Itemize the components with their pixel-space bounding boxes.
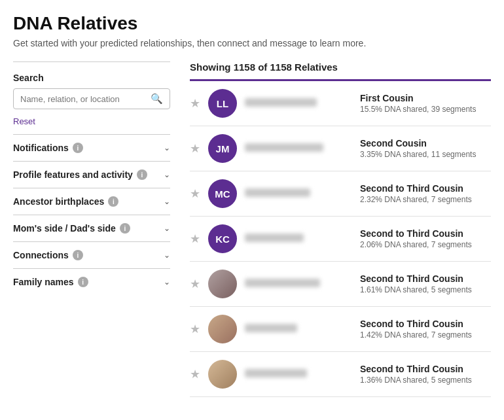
avatar: KC	[208, 224, 237, 253]
chevron-icon-ancestor: ⌄	[164, 197, 170, 206]
filter-sections: Notifications i ⌄ Profile features and a…	[13, 134, 170, 295]
search-section: Search 🔍 Reset	[13, 61, 170, 134]
sidebar-section-title-family: Family names i	[13, 277, 88, 287]
relation-type: Second to Third Cousin	[360, 364, 491, 374]
name-blur	[245, 143, 323, 152]
name-blur	[245, 324, 297, 332]
search-input[interactable]	[20, 94, 151, 104]
relation-type: Second to Third Cousin	[360, 228, 491, 239]
info-icon-notifications: i	[73, 143, 83, 153]
relative-info: Second to Third Cousin 1.36% DNA shared,…	[360, 364, 491, 385]
sidebar-section-connections[interactable]: Connections i ⌄	[13, 241, 170, 268]
main-content: Showing 1158 of 1158 Relatives ★ LL Firs…	[183, 61, 491, 397]
sidebar-section-ancestor[interactable]: Ancestor birthplaces i ⌄	[13, 188, 170, 215]
sidebar-section-title-ancestor: Ancestor birthplaces i	[13, 196, 118, 207]
sidebar-section-title-connections: Connections i	[13, 250, 83, 260]
relative-info: First Cousin 15.5% DNA shared, 39 segmen…	[360, 93, 491, 114]
table-row: ★ Second to Third Cousin 1.61% DNA share…	[190, 262, 491, 307]
relative-name	[245, 368, 352, 381]
page-title: DNA Relatives	[13, 13, 491, 34]
chevron-icon-sides: ⌄	[164, 224, 170, 233]
chevron-icon-connections: ⌄	[164, 251, 170, 260]
relation-type: Second Cousin	[360, 138, 491, 149]
info-icon-sides: i	[120, 223, 130, 234]
relative-info: Second to Third Cousin 1.61% DNA shared,…	[360, 273, 491, 294]
sidebar-section-header-family[interactable]: Family names i ⌄	[13, 277, 170, 287]
dna-detail: 2.06% DNA shared, 7 segments	[360, 240, 491, 249]
table-row: ★ KC Second to Third Cousin 2.06% DNA sh…	[190, 217, 491, 262]
sidebar-section-title-sides: Mom's side / Dad's side i	[13, 223, 130, 234]
chevron-icon-profile: ⌄	[164, 170, 170, 179]
sidebar: Search 🔍 Reset Notifications i ⌄ Profile…	[13, 61, 183, 397]
sidebar-section-header-notifications[interactable]: Notifications i ⌄	[13, 143, 170, 153]
sidebar-section-sides[interactable]: Mom's side / Dad's side i ⌄	[13, 215, 170, 241]
relation-type: Second to Third Cousin	[360, 183, 491, 194]
showing-count: Showing 1158 of 1158 Relatives	[190, 61, 491, 73]
dna-detail: 2.32% DNA shared, 7 segments	[360, 195, 491, 204]
relative-info: Second to Third Cousin 2.06% DNA shared,…	[360, 228, 491, 249]
star-button[interactable]: ★	[190, 186, 200, 201]
relation-type: Second to Third Cousin	[360, 273, 491, 284]
table-row: ★ MC Second to Third Cousin 2.32% DNA sh…	[190, 171, 491, 217]
star-button[interactable]: ★	[190, 141, 200, 156]
name-blur	[245, 234, 304, 242]
star-button[interactable]: ★	[190, 232, 200, 246]
dna-detail: 1.61% DNA shared, 5 segments	[360, 285, 491, 294]
chevron-icon-family: ⌄	[164, 277, 170, 287]
name-blur	[245, 188, 310, 197]
table-row: ★ Second to Third Cousin 1.36% DNA share…	[190, 352, 491, 397]
relative-info: Second to Third Cousin 2.32% DNA shared,…	[360, 183, 491, 204]
sidebar-section-profile[interactable]: Profile features and activity i ⌄	[13, 161, 170, 188]
search-label: Search	[13, 70, 170, 83]
avatar: LL	[208, 89, 237, 118]
dna-detail: 1.36% DNA shared, 5 segments	[360, 376, 491, 385]
sidebar-section-title-profile: Profile features and activity i	[13, 169, 147, 180]
star-button[interactable]: ★	[190, 367, 200, 381]
avatar	[208, 315, 237, 343]
dna-detail: 15.5% DNA shared, 39 segments	[360, 105, 491, 114]
search-box: 🔍	[13, 88, 170, 109]
relative-name	[245, 232, 352, 245]
sidebar-section-header-sides[interactable]: Mom's side / Dad's side i ⌄	[13, 223, 170, 234]
info-icon-ancestor: i	[108, 196, 118, 207]
table-row: ★ Second to Third Cousin 1.42% DNA share…	[190, 307, 491, 352]
name-blur	[245, 98, 317, 107]
table-row: ★ JM Second Cousin 3.35% DNA shared, 11 …	[190, 126, 491, 171]
relation-type: First Cousin	[360, 93, 491, 103]
relative-name	[245, 277, 352, 290]
name-blur	[245, 279, 320, 287]
table-row: ★ LL First Cousin 15.5% DNA shared, 39 s…	[190, 81, 491, 126]
name-blur	[245, 369, 307, 377]
sidebar-section-family[interactable]: Family names i ⌄	[13, 268, 170, 295]
relative-info: Second to Third Cousin 1.42% DNA shared,…	[360, 319, 491, 340]
relatives-list: ★ LL First Cousin 15.5% DNA shared, 39 s…	[190, 81, 491, 397]
relative-name	[245, 187, 352, 200]
chevron-icon-notifications: ⌄	[164, 143, 170, 152]
sidebar-section-header-connections[interactable]: Connections i ⌄	[13, 250, 170, 260]
search-icon: 🔍	[151, 93, 163, 105]
avatar	[208, 270, 237, 298]
avatar	[208, 360, 237, 389]
page-subtitle: Get started with your predicted relation…	[13, 38, 491, 48]
sidebar-section-notifications[interactable]: Notifications i ⌄	[13, 134, 170, 161]
dna-detail: 1.42% DNA shared, 7 segments	[360, 330, 491, 340]
relative-name	[245, 323, 352, 336]
relative-name	[245, 142, 352, 155]
relative-name	[245, 97, 352, 110]
sidebar-section-header-ancestor[interactable]: Ancestor birthplaces i ⌄	[13, 196, 170, 207]
reset-link[interactable]: Reset	[13, 116, 35, 126]
avatar: MC	[208, 179, 237, 208]
relative-info: Second Cousin 3.35% DNA shared, 11 segme…	[360, 138, 491, 159]
star-button[interactable]: ★	[190, 96, 200, 111]
sidebar-section-title-notifications: Notifications i	[13, 143, 83, 153]
star-button[interactable]: ★	[190, 322, 200, 336]
relation-type: Second to Third Cousin	[360, 319, 491, 329]
info-icon-connections: i	[73, 250, 83, 260]
info-icon-family: i	[78, 277, 88, 287]
star-button[interactable]: ★	[190, 277, 200, 291]
avatar: JM	[208, 134, 237, 163]
info-icon-profile: i	[137, 169, 147, 180]
sidebar-section-header-profile[interactable]: Profile features and activity i ⌄	[13, 169, 170, 180]
dna-detail: 3.35% DNA shared, 11 segments	[360, 150, 491, 159]
